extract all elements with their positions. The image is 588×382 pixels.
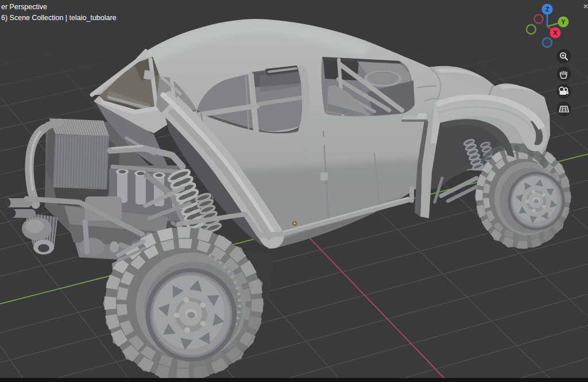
svg-text:Z: Z [546, 6, 550, 13]
svg-text:Y: Y [561, 18, 566, 25]
svg-text:6) Scene Collection | telaio_t: 6) Scene Collection | telaio_tubolare [1, 14, 117, 22]
svg-text:X: X [553, 29, 558, 36]
svg-text:er Perspective: er Perspective [1, 3, 47, 11]
